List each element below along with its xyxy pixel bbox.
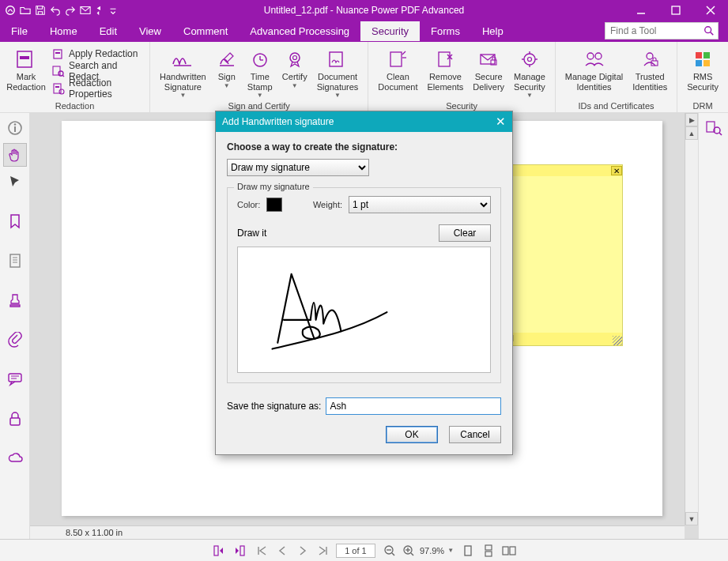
secure-delivery-button[interactable]: Secure Delivery xyxy=(468,43,509,92)
dialog-close-icon[interactable]: ✕ xyxy=(496,115,506,129)
svg-line-68 xyxy=(411,553,413,555)
note-close-icon[interactable]: ✕ xyxy=(611,166,622,175)
pages-panel-icon[interactable] xyxy=(3,249,27,273)
window-title: Untitled_12.pdf - Nuance Power PDF Advan… xyxy=(264,5,465,16)
zoom-out-icon[interactable] xyxy=(382,543,398,559)
ok-button[interactable]: OK xyxy=(386,426,438,443)
svg-rect-15 xyxy=(54,84,61,93)
search-panel-icon[interactable] xyxy=(702,116,726,140)
menu-help[interactable]: Help xyxy=(471,21,515,41)
layout-single-icon[interactable] xyxy=(460,543,476,559)
sticky-note[interactable]: ✕ AM xyxy=(498,164,623,346)
menu-view[interactable]: View xyxy=(128,21,172,41)
handwritten-signature-button[interactable]: Handwritten Signature▼ xyxy=(155,43,211,99)
cloud-panel-icon[interactable] xyxy=(3,446,27,470)
stamps-panel-icon[interactable] xyxy=(3,288,27,312)
svg-rect-24 xyxy=(390,52,402,66)
draw-fieldset-legend: Draw my signature xyxy=(234,182,313,191)
time-stamp-button[interactable]: Time Stamp▼ xyxy=(243,43,277,99)
mark-redaction-label: Mark Redaction xyxy=(6,72,46,92)
redaction-properties-button[interactable]: Redaction Properties xyxy=(47,80,145,97)
signature-mode-select[interactable]: Draw my signature xyxy=(227,159,369,176)
svg-rect-9 xyxy=(20,56,29,59)
note-timestamp: AM xyxy=(499,333,622,345)
first-page-icon[interactable] xyxy=(254,543,270,559)
comments-panel-icon[interactable] xyxy=(3,367,27,391)
menu-forms[interactable]: Forms xyxy=(420,21,471,41)
app-logo-icon[interactable] xyxy=(3,3,17,17)
select-tool-icon[interactable] xyxy=(3,170,27,194)
security-panel-icon[interactable] xyxy=(3,407,27,431)
page-indicator[interactable]: 1 of 1 xyxy=(336,544,375,558)
horizontal-scrollbar[interactable]: 8.50 x 11.00 in xyxy=(30,525,685,539)
last-page-icon[interactable] xyxy=(315,543,331,559)
tools-dropdown-icon[interactable] xyxy=(93,3,108,17)
next-page-icon[interactable] xyxy=(295,543,311,559)
bookmarks-panel-icon[interactable] xyxy=(3,209,27,233)
cancel-button[interactable]: Cancel xyxy=(449,426,501,443)
maximize-button[interactable] xyxy=(658,0,693,20)
scroll-down-icon[interactable]: ▼ xyxy=(685,512,698,525)
signature-name-input[interactable] xyxy=(326,397,501,415)
svg-point-22 xyxy=(292,56,296,60)
info-panel-icon[interactable] xyxy=(3,116,27,140)
trusted-identities-button[interactable]: Trusted Identities xyxy=(628,43,672,92)
color-picker[interactable] xyxy=(266,198,282,212)
qat-customize-icon[interactable] xyxy=(108,3,118,17)
menu-home[interactable]: Home xyxy=(39,21,89,41)
certify-button[interactable]: Certify▼ xyxy=(277,43,312,89)
statusbar: 1 of 1 97.9% ▼ xyxy=(0,539,728,561)
layout-continuous-icon[interactable] xyxy=(481,543,496,559)
window-controls xyxy=(624,0,728,20)
open-icon[interactable] xyxy=(18,3,32,17)
manage-security-button[interactable]: Manage Security▼ xyxy=(509,43,550,99)
weight-select[interactable]: 1 pt xyxy=(349,196,491,213)
document-signatures-button[interactable]: Document Signatures▼ xyxy=(312,43,364,99)
clear-button[interactable]: Clear xyxy=(439,224,491,242)
sign-button[interactable]: Sign▼ xyxy=(211,43,243,89)
scroll-up-icon[interactable]: ▲ xyxy=(685,126,698,140)
svg-line-25 xyxy=(402,51,405,55)
clean-document-button[interactable]: Clean Document xyxy=(373,43,422,92)
svg-line-7 xyxy=(711,32,714,36)
svg-rect-42 xyxy=(696,52,702,58)
remove-elements-button[interactable]: Remove Elements xyxy=(422,43,468,92)
menu-file[interactable]: File xyxy=(0,21,39,41)
vertical-scrollbar[interactable]: ▶ ▲ ▼ xyxy=(685,113,698,525)
mark-redaction-button[interactable]: Mark Redaction xyxy=(5,43,47,92)
attachments-panel-icon[interactable] xyxy=(3,328,27,352)
redo-icon[interactable] xyxy=(63,3,77,17)
svg-point-39 xyxy=(595,53,602,59)
zoom-in-icon[interactable] xyxy=(401,543,417,559)
undo-icon[interactable] xyxy=(48,3,62,17)
close-button[interactable] xyxy=(693,0,728,20)
redaction-group-label: Redaction xyxy=(0,101,149,112)
layout-facing-icon[interactable] xyxy=(501,543,517,559)
menu-edit[interactable]: Edit xyxy=(89,21,128,41)
prev-page-icon[interactable] xyxy=(274,543,290,559)
search-icon[interactable] xyxy=(700,25,718,36)
drm-group-label: DRM xyxy=(677,101,728,112)
menu-comment[interactable]: Comment xyxy=(172,21,239,41)
view-mode-2-icon[interactable] xyxy=(232,543,247,559)
mail-icon[interactable] xyxy=(78,3,92,17)
find-a-tool-input[interactable] xyxy=(605,24,700,38)
minimize-button[interactable] xyxy=(624,0,658,20)
dialog-titlebar[interactable]: Add Handwritten signature ✕ xyxy=(216,111,512,132)
manage-digital-identities-button[interactable]: Manage Digital Identities xyxy=(560,43,628,92)
save-icon[interactable] xyxy=(33,3,47,17)
menu-security[interactable]: Security xyxy=(360,21,420,41)
note-resize-handle[interactable] xyxy=(613,336,622,345)
signature-canvas[interactable] xyxy=(237,247,491,373)
hand-tool-icon[interactable] xyxy=(3,143,27,167)
view-mode-1-icon[interactable] xyxy=(211,543,227,559)
svg-point-17 xyxy=(59,89,64,94)
svg-point-47 xyxy=(13,123,16,126)
svg-point-38 xyxy=(587,53,594,59)
zoom-level[interactable]: 97.9% xyxy=(420,546,444,555)
rms-security-button[interactable]: RMS Security xyxy=(682,43,723,92)
find-a-tool[interactable] xyxy=(605,22,719,40)
redaction-properties-icon xyxy=(52,82,65,95)
scroll-right-collapse-icon[interactable]: ▶ xyxy=(685,113,698,126)
menu-advanced-processing[interactable]: Advanced Processing xyxy=(239,21,360,41)
